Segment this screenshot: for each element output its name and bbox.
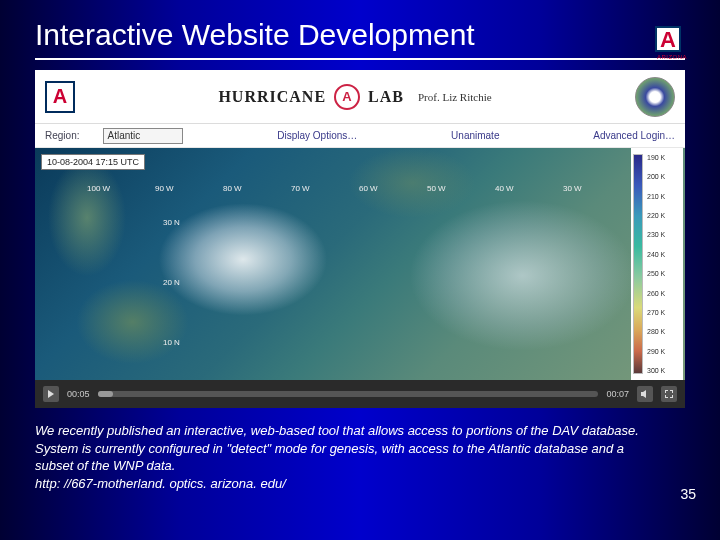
fullscreen-icon — [665, 390, 673, 398]
fullscreen-button[interactable] — [661, 386, 677, 402]
volume-icon — [641, 390, 649, 398]
lon-tick: 60 W — [359, 184, 378, 193]
elapsed-time: 00:05 — [67, 389, 90, 399]
cb-tick: 240 K — [647, 251, 665, 258]
svg-rect-7 — [665, 395, 666, 398]
svg-marker-0 — [48, 390, 54, 398]
cb-tick: 260 K — [647, 290, 665, 297]
ua-arizona-text: ARIZONA — [655, 54, 689, 60]
svg-marker-1 — [641, 390, 646, 398]
title-text: Interactive Website Development — [35, 18, 475, 51]
lab-title: HURRICANE A LAB Prof. Liz Ritchie — [87, 84, 623, 110]
ua-a-icon: A — [655, 26, 681, 52]
page-number: 35 — [680, 486, 696, 502]
caption-text: We recently published an interactive, we… — [35, 422, 685, 492]
lon-tick: 50 W — [427, 184, 446, 193]
lat-tick: 10 N — [163, 338, 180, 347]
volume-button[interactable] — [637, 386, 653, 402]
advanced-login-menu[interactable]: Advanced Login… — [593, 130, 675, 141]
lat-tick: 30 N — [163, 218, 180, 227]
lon-tick: 90 W — [155, 184, 174, 193]
play-button[interactable] — [43, 386, 59, 402]
agency-seal-icon — [635, 77, 675, 117]
prof-name: Prof. Liz Ritchie — [418, 91, 492, 103]
lab-word-1: HURRICANE — [218, 88, 326, 106]
region-select[interactable] — [103, 128, 183, 144]
app-header: A HURRICANE A LAB Prof. Liz Ritchie — [35, 70, 685, 124]
cb-tick: 290 K — [647, 348, 665, 355]
lab-word-2: LAB — [368, 88, 404, 106]
scrubber[interactable] — [98, 391, 599, 397]
colorbar: 190 K 200 K 210 K 220 K 230 K 240 K 250 … — [631, 148, 683, 380]
unanimate-button[interactable]: Unanimate — [451, 130, 499, 141]
video-player-bar: 00:05 00:07 — [35, 380, 685, 408]
lon-tick: 80 W — [223, 184, 242, 193]
ua-logo: A ARIZONA — [655, 20, 689, 58]
play-icon — [47, 390, 55, 398]
lon-tick: 70 W — [291, 184, 310, 193]
cb-tick: 230 K — [647, 231, 665, 238]
cb-tick: 220 K — [647, 212, 665, 219]
total-time: 00:07 — [606, 389, 629, 399]
cb-tick: 300 K — [647, 367, 665, 374]
slide-title: Interactive Website Development A ARIZON… — [35, 18, 685, 60]
cb-tick: 280 K — [647, 328, 665, 335]
cb-tick: 200 K — [647, 173, 665, 180]
svg-rect-5 — [672, 390, 673, 393]
display-options-menu[interactable]: Display Options… — [277, 130, 357, 141]
cb-tick: 190 K — [647, 154, 665, 161]
svg-rect-3 — [665, 390, 666, 393]
region-label: Region: — [45, 130, 79, 141]
timestamp-badge: 10-08-2004 17:15 UTC — [41, 154, 145, 170]
lon-tick: 100 W — [87, 184, 110, 193]
embedded-app: A HURRICANE A LAB Prof. Liz Ritchie Regi… — [35, 70, 685, 408]
lat-tick: 20 N — [163, 278, 180, 287]
toolbar: Region: Display Options… Unanimate Advan… — [35, 124, 685, 148]
lon-tick: 30 W — [563, 184, 582, 193]
hurricane-swirl-icon: A — [334, 84, 360, 110]
colorbar-gradient-icon — [633, 154, 643, 374]
colorbar-ticks: 190 K 200 K 210 K 220 K 230 K 240 K 250 … — [643, 154, 665, 374]
ua-a-icon: A — [45, 81, 75, 113]
cb-tick: 270 K — [647, 309, 665, 316]
satellite-map[interactable]: 10-08-2004 17:15 UTC 100 W 90 W 80 W 70 … — [35, 148, 685, 380]
cb-tick: 210 K — [647, 193, 665, 200]
lon-tick: 40 W — [495, 184, 514, 193]
svg-rect-9 — [672, 395, 673, 398]
cb-tick: 250 K — [647, 270, 665, 277]
